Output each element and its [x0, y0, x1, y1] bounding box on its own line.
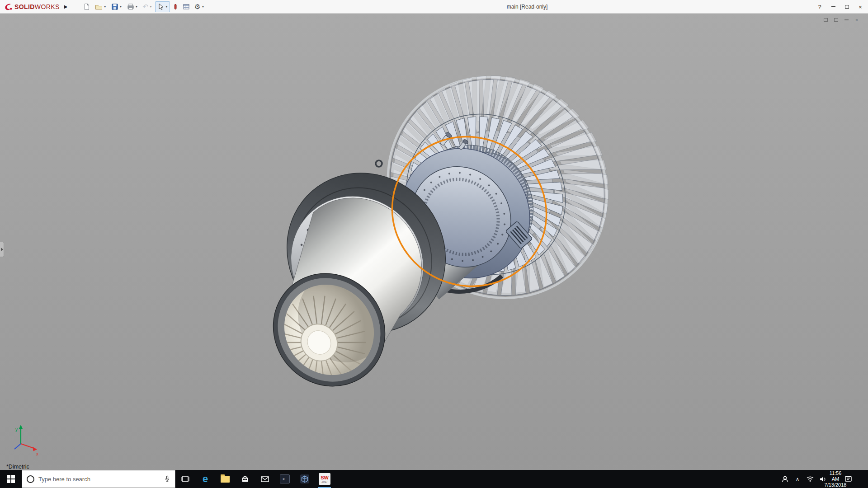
orientation-triad[interactable]: x y — [14, 425, 38, 456]
view-orientation-label: *Dimetric — [6, 464, 29, 470]
chevron-up-icon: ∧ — [796, 476, 799, 482]
save-button[interactable]: ▼ — [109, 1, 124, 12]
dropdown-arrow-icon: ▼ — [201, 5, 204, 8]
design-table-button[interactable] — [181, 1, 192, 12]
terminal-button[interactable]: >_ — [275, 470, 295, 488]
speaker-icon — [819, 476, 827, 483]
appearance-button[interactable] — [171, 1, 180, 12]
solidworks-logo: SOLIDWORKS — [0, 3, 62, 11]
system-tray: ∧ 11:56 AM 7/13/2018 — [779, 470, 868, 488]
print-icon — [127, 3, 134, 10]
doc-minimize-button[interactable] — [843, 17, 849, 23]
microphone-icon — [164, 475, 170, 483]
taskbar-search-box[interactable] — [22, 470, 175, 488]
cortana-icon — [27, 475, 34, 483]
minimize-icon — [831, 6, 835, 7]
doc-restore-button[interactable] — [833, 17, 839, 23]
gear-icon: ⚙ — [194, 3, 200, 10]
window-close-icon: × — [855, 17, 858, 23]
close-icon: × — [859, 4, 862, 10]
options-button[interactable]: ⚙ ▼ — [193, 1, 206, 12]
task-view-button[interactable] — [175, 470, 195, 488]
network-button[interactable] — [805, 470, 816, 488]
cad-viewer-button[interactable] — [295, 470, 315, 488]
task-view-icon — [181, 475, 190, 483]
windows-logo-icon — [7, 475, 15, 483]
expand-arrow-icon — [1, 248, 3, 251]
flyout-arrow-icon: ▶ — [64, 4, 68, 9]
toolbar-flyout-button[interactable]: ▶ — [62, 2, 70, 12]
print-button[interactable]: ▼ — [125, 1, 140, 12]
window-minimize-icon — [844, 19, 849, 20]
start-button[interactable] — [0, 470, 22, 488]
people-button[interactable] — [779, 470, 790, 488]
dropdown-arrow-icon: ▼ — [119, 5, 123, 8]
tray-expand-button[interactable]: ∧ — [792, 470, 803, 488]
new-document-icon — [83, 3, 90, 10]
taskbar-clock[interactable]: 11:56 AM 7/13/2018 — [830, 470, 841, 488]
action-center-button[interactable] — [843, 470, 854, 488]
dropdown-arrow-icon: ▼ — [165, 5, 168, 8]
people-icon — [781, 475, 789, 483]
help-icon: ? — [818, 4, 821, 10]
dropdown-arrow-icon: ▼ — [149, 5, 152, 8]
solidworks-logo-icon — [4, 3, 13, 11]
cube-app-icon — [300, 474, 310, 484]
file-explorer-button[interactable] — [215, 470, 235, 488]
maximize-button[interactable] — [840, 0, 854, 13]
show-desktop-button[interactable] — [855, 470, 866, 488]
solidworks-app-button[interactable]: SW 2017 — [315, 470, 335, 488]
maximize-icon — [845, 5, 849, 9]
taskbar-search-input[interactable] — [38, 476, 160, 483]
titlebar: SOLIDWORKS ▶ ▼ ▼ — [0, 0, 868, 14]
triad-z-axis — [14, 444, 21, 449]
select-cursor-icon — [157, 3, 164, 10]
store-button[interactable] — [235, 470, 255, 488]
new-document-button[interactable] — [81, 1, 92, 12]
quick-access-toolbar: ▼ ▼ ▼ ↶ ▼ ▼ — [81, 1, 207, 12]
minimize-button[interactable] — [826, 0, 840, 13]
open-button[interactable]: ▼ — [93, 1, 108, 12]
taskbar: e >_ SW 2017 ∧ — [0, 470, 868, 488]
solidworks-logo-text: SOLIDWORKS — [14, 3, 60, 10]
open-folder-icon — [95, 3, 103, 10]
action-center-icon — [844, 475, 852, 483]
mail-icon — [260, 475, 269, 483]
appearance-pill-icon — [173, 3, 178, 10]
save-icon — [111, 3, 118, 10]
undo-button[interactable]: ↶ ▼ — [141, 1, 154, 12]
engine-assembly[interactable] — [250, 32, 651, 409]
table-icon — [183, 3, 190, 10]
clock-time: 11:56 AM — [830, 470, 842, 482]
window-icon — [824, 18, 828, 22]
undo-icon: ↶ — [142, 4, 148, 10]
doc-new-window-button[interactable] — [822, 17, 829, 23]
help-button[interactable]: ? — [813, 0, 826, 13]
graphics-viewport[interactable]: x y × *Dimetric — [0, 14, 868, 470]
triad-y-label: y — [15, 427, 18, 432]
doc-close-button[interactable]: × — [854, 17, 860, 23]
feature-panel-collapse-tab[interactable] — [0, 242, 4, 257]
grommet — [376, 160, 382, 167]
triad-y-arrow — [19, 425, 23, 429]
window-restore-icon — [834, 18, 838, 22]
window-controls: ? × — [813, 0, 867, 14]
store-bag-icon — [241, 475, 249, 483]
file-explorer-icon — [221, 476, 230, 483]
document-window-controls: × — [822, 17, 860, 23]
close-button[interactable]: × — [854, 0, 867, 13]
dropdown-arrow-icon: ▼ — [135, 5, 138, 8]
terminal-icon: >_ — [280, 474, 290, 483]
jet-engine-model[interactable]: x y — [0, 14, 868, 470]
edge-button[interactable]: e — [195, 470, 215, 488]
select-button[interactable]: ▼ — [155, 1, 170, 12]
triad-x-arrow — [33, 447, 37, 451]
solidworks-app-icon: SW 2017 — [319, 473, 330, 485]
wifi-icon — [806, 476, 814, 482]
edge-icon: e — [203, 474, 208, 484]
document-title: main [Read-only] — [507, 4, 548, 10]
dropdown-arrow-icon: ▼ — [104, 5, 107, 8]
triad-x-label: x — [36, 451, 38, 456]
mail-button[interactable] — [255, 470, 275, 488]
